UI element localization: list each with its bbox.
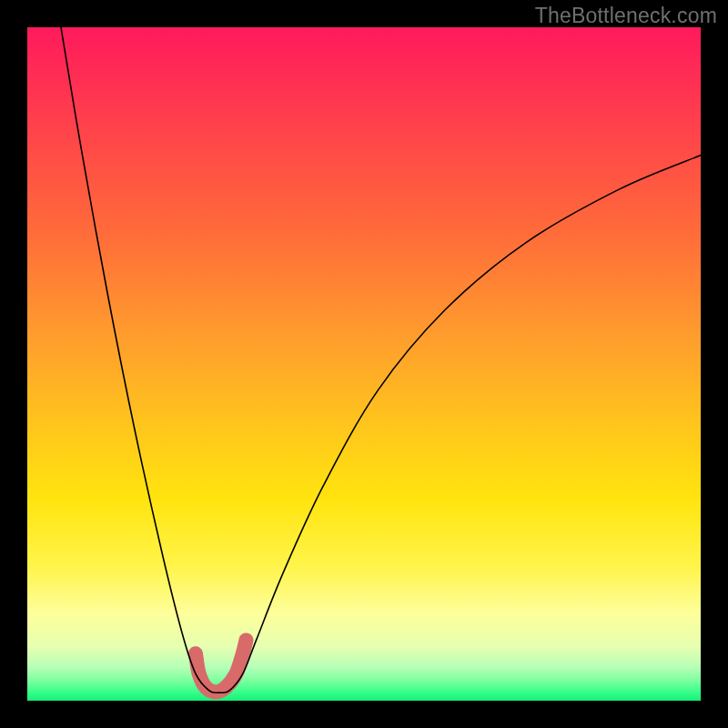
plot-area bbox=[27, 27, 701, 701]
chart-frame: TheBottleneck.com bbox=[0, 0, 728, 728]
curve-layer bbox=[27, 27, 701, 701]
watermark-label: TheBottleneck.com bbox=[535, 4, 717, 28]
bottleneck-curve-path bbox=[61, 27, 701, 693]
